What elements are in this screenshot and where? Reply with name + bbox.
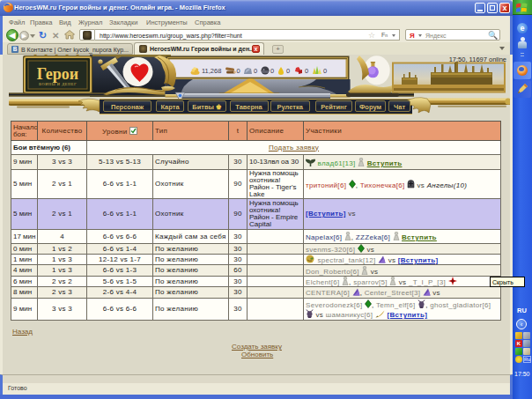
svg-text:ВОЙНЫ И ДЕНЕГ: ВОЙНЫ И ДЕНЕГ (39, 82, 77, 86)
svg-text:Герои: Герои (37, 65, 78, 83)
